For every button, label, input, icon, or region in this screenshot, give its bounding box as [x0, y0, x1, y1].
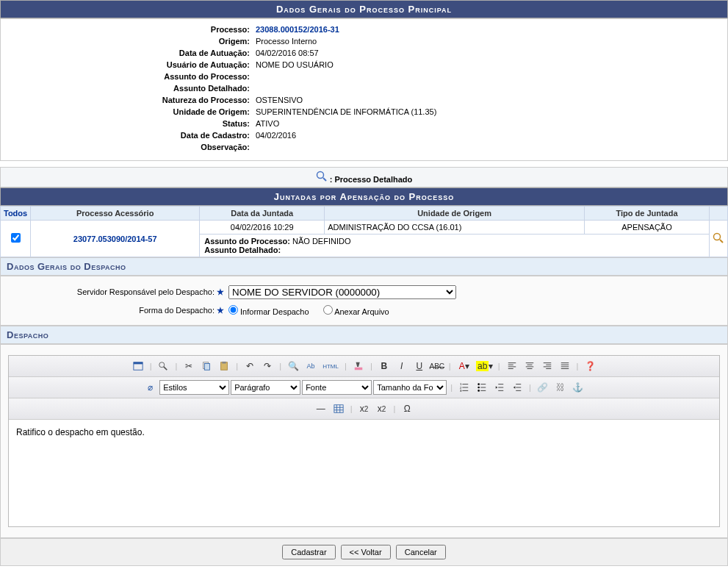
col-data: Data da Juntada	[200, 207, 325, 221]
label-dataaut: Data de Autuação:	[1, 49, 254, 57]
text-color-icon[interactable]: A▾	[455, 359, 474, 373]
label-assdet: Assunto Detalhado:	[1, 84, 254, 93]
list-num-icon[interactable]: 123	[456, 380, 472, 395]
value-status: ATIVO	[254, 119, 727, 128]
undo-icon[interactable]: ↶	[242, 359, 258, 373]
col-processo: Processo Acessório	[31, 207, 200, 221]
svg-rect-49	[334, 405, 343, 413]
sub-assdet-label: Assunto Detalhado:	[204, 246, 281, 254]
toolbar-row3: — | x2 x2 | Ω	[9, 398, 719, 420]
despacho-section-title: Dados Gerais do Despacho	[0, 257, 728, 276]
align-justify-icon[interactable]	[557, 359, 573, 373]
sub-assunto-label: Assunto do Processo:	[204, 237, 290, 246]
value-assunto	[254, 72, 727, 81]
editor-wrapper: | | ✂ | ↶ ↷ | 🔍 Ab HTML | | B I U ABC | …	[0, 344, 728, 538]
replace-icon[interactable]: Ab	[303, 359, 319, 373]
fonte-select[interactable]: Fonte	[302, 380, 372, 395]
detail-label: : Processo Detalhado	[330, 175, 412, 184]
radio-anexar-label[interactable]: Anexar Arquivo	[323, 307, 389, 316]
col-tipo: Tipo de Juntada	[585, 207, 710, 221]
svg-line-7	[164, 367, 167, 370]
value-dataaut: 04/02/2016 08:57	[254, 49, 727, 57]
juntadas-panel-header: Juntadas por Apensação do Processo	[0, 187, 728, 206]
svg-point-37	[477, 387, 480, 389]
svg-line-1	[323, 178, 326, 181]
indent-icon[interactable]	[509, 380, 525, 395]
value-usuaut: NOME DO USUÁRIO	[254, 60, 727, 69]
tamanho-select[interactable]: Tamanho da Fo	[373, 380, 447, 395]
source-icon[interactable]	[130, 359, 146, 373]
cancelar-button[interactable]: Cancelar	[396, 545, 446, 559]
toolbar-row2: ⌀ Estilos Parágrafo Fonte Tamanho da Fo …	[9, 377, 719, 398]
redo-icon[interactable]: ↷	[259, 359, 275, 373]
cut-icon[interactable]: ✂	[181, 359, 197, 373]
align-center-icon[interactable]	[522, 359, 538, 373]
svg-point-2	[714, 233, 721, 240]
svg-rect-5	[134, 362, 143, 365]
unlink-icon[interactable]: ⛓	[552, 380, 569, 395]
svg-rect-9	[205, 364, 210, 371]
svg-marker-48	[513, 386, 516, 389]
help-icon[interactable]: ❓	[582, 359, 598, 373]
svg-rect-12	[355, 368, 363, 371]
general-data-block: Processo:23088.000152/2016-31 Origem:Pro…	[0, 18, 728, 161]
table-icon[interactable]	[331, 401, 347, 416]
label-assunto: Assunto do Processo:	[1, 72, 254, 81]
rich-text-editor: | | ✂ | ↶ ↷ | 🔍 Ab HTML | | B I U ABC | …	[8, 355, 720, 527]
voltar-button[interactable]: << Voltar	[341, 545, 391, 559]
label-unidorig: Unidade de Origem:	[1, 107, 254, 116]
footer-note: ★ Campos de preenchimento obrigatório.	[0, 566, 728, 569]
row-checkbox[interactable]	[11, 233, 21, 243]
strike-icon[interactable]: ABC	[429, 359, 445, 373]
paragrafo-select[interactable]: Parágrafo	[231, 380, 300, 395]
hr-icon[interactable]: —	[313, 401, 329, 416]
find-icon[interactable]: 🔍	[285, 359, 301, 373]
label-obs: Observação:	[1, 143, 254, 151]
align-left-icon[interactable]	[504, 359, 520, 373]
outdent-icon[interactable]	[491, 380, 508, 395]
bold-icon[interactable]: B	[376, 359, 392, 373]
editor-section-title: Despacho	[0, 326, 728, 344]
radio-anexar[interactable]	[323, 305, 333, 315]
link-icon[interactable]: 🔗	[535, 380, 551, 395]
svg-rect-11	[223, 362, 226, 364]
paste-icon[interactable]	[216, 359, 232, 373]
col-unidade: Unidade de Origem	[325, 207, 585, 221]
svg-marker-44	[496, 386, 498, 389]
italic-icon[interactable]: I	[394, 359, 410, 373]
superscript-icon[interactable]: x2	[374, 401, 390, 416]
view-icon[interactable]	[713, 237, 724, 246]
symbol-icon[interactable]: Ω	[399, 401, 415, 416]
radio-informar-label[interactable]: Informar Despacho	[228, 307, 309, 316]
bg-color-icon[interactable]: ab▾	[475, 359, 494, 373]
main-panel-header: Dados Gerais do Processo Principal	[0, 0, 728, 18]
svg-text:3: 3	[460, 389, 462, 393]
detail-toolbar: : Processo Detalhado	[0, 167, 728, 187]
svg-point-0	[317, 172, 323, 179]
anchor-icon[interactable]: ⚓	[570, 380, 586, 395]
col-todos[interactable]: Todos	[1, 207, 31, 221]
subscript-icon[interactable]: x2	[356, 401, 372, 416]
editor-content[interactable]: Ratifico o despacho em questão.	[9, 420, 719, 526]
preview-icon[interactable]	[155, 359, 171, 373]
html-icon[interactable]: HTML	[320, 359, 341, 373]
radio-informar[interactable]	[228, 305, 238, 315]
underline-icon[interactable]: U	[411, 359, 428, 373]
toolbar-row1: | | ✂ | ↶ ↷ | 🔍 Ab HTML | | B I U ABC | …	[9, 356, 719, 377]
magnifier-icon[interactable]	[316, 175, 328, 184]
link-style-icon[interactable]: ⌀	[142, 380, 158, 395]
label-datacad: Data de Cadastro:	[1, 131, 254, 140]
proc-acessorio-link[interactable]: 23077.053090/2014-57	[73, 235, 157, 243]
copy-icon[interactable]	[198, 359, 215, 373]
remove-format-icon[interactable]	[350, 359, 367, 373]
servidor-select[interactable]: NOME DO SERVIDOR (0000000)	[228, 285, 456, 299]
svg-point-35	[477, 383, 480, 385]
list-bullet-icon[interactable]	[474, 380, 490, 395]
cadastrar-button[interactable]: Cadastrar	[282, 545, 335, 559]
value-assdet	[254, 84, 727, 93]
estilos-select[interactable]: Estilos	[159, 380, 229, 395]
align-right-icon[interactable]	[539, 359, 555, 373]
value-processo[interactable]: 23088.000152/2016-31	[254, 25, 727, 34]
value-natureza: OSTENSIVO	[254, 96, 727, 104]
form-area: Servidor Responsável pelo Despacho: ★ NO…	[0, 276, 728, 326]
